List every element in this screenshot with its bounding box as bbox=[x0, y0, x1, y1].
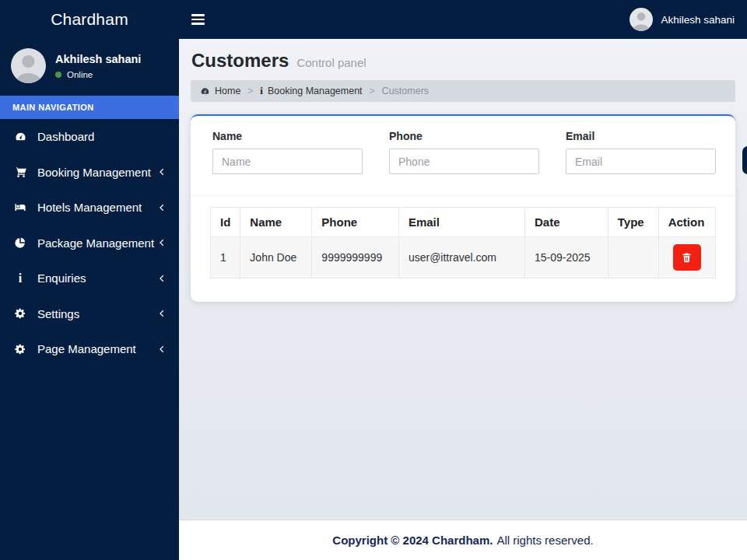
cell-date: 15-09-2025 bbox=[525, 237, 608, 278]
sidebar-item-hotels-management[interactable]: Hotels Management bbox=[0, 190, 179, 226]
cell-name: John Doe bbox=[240, 237, 312, 278]
sidebar-item-label: Settings bbox=[37, 307, 157, 320]
filter-field-name: Name bbox=[212, 130, 363, 174]
person-icon bbox=[11, 48, 46, 83]
pie-chart-icon bbox=[12, 236, 28, 249]
chevron-left-icon bbox=[157, 203, 167, 212]
cell-id: 1 bbox=[211, 237, 240, 278]
page-subtitle: Control panel bbox=[296, 56, 366, 69]
chevron-left-icon bbox=[157, 238, 167, 247]
info-icon: i bbox=[260, 85, 263, 97]
dashboard-icon bbox=[200, 86, 210, 96]
page-header: Customers Control panel bbox=[191, 50, 735, 72]
sidebar-item-page-management[interactable]: Page Management bbox=[0, 331, 179, 367]
brand-logo[interactable]: Chardham bbox=[0, 0, 179, 39]
email-filter-label: Email bbox=[566, 130, 716, 142]
column-header-date[interactable]: Date bbox=[525, 208, 608, 237]
user-status-label: Online bbox=[67, 70, 93, 79]
sidebar-item-label: Enquiries bbox=[37, 271, 157, 285]
app-window: Chardham Akhilesh sahani Online MAIN NAV… bbox=[0, 0, 747, 560]
customers-table-wrap: Id Name Phone Email Date Type Action 1 J bbox=[191, 196, 735, 302]
chevron-left-icon bbox=[157, 309, 167, 318]
breadcrumb-label: Booking Management bbox=[268, 86, 363, 96]
sidebar-item-label: Hotels Management bbox=[37, 201, 157, 214]
sidebar-toggle-button[interactable] bbox=[179, 1, 217, 38]
navbar-user-menu[interactable]: Akhilesh sahani bbox=[630, 8, 747, 31]
breadcrumb-home[interactable]: Home bbox=[200, 86, 240, 96]
content-area: Customers Control panel Home > i Booking… bbox=[179, 39, 747, 520]
sidebar-item-label: Booking Management bbox=[37, 166, 157, 179]
filter-field-email: Email bbox=[566, 130, 716, 174]
footer-copyright: Copyright © 2024 Chardham. bbox=[332, 534, 493, 547]
sidebar: Chardham Akhilesh sahani Online MAIN NAV… bbox=[0, 0, 179, 560]
breadcrumb-booking-management[interactable]: i Booking Management bbox=[260, 85, 362, 97]
user-avatar bbox=[11, 48, 46, 83]
person-icon bbox=[630, 8, 653, 31]
delete-button[interactable] bbox=[673, 244, 701, 271]
trash-icon bbox=[681, 251, 693, 264]
sidebar-item-dashboard[interactable]: Dashboard bbox=[0, 119, 179, 155]
sidebar-item-booking-management[interactable]: Booking Management bbox=[0, 155, 179, 191]
page-title: Customers bbox=[191, 50, 289, 72]
breadcrumb-label: Customers bbox=[382, 86, 429, 96]
chevron-left-icon bbox=[157, 345, 167, 354]
footer-rights: All rights reserved. bbox=[496, 534, 593, 547]
filter-button[interactable] bbox=[742, 146, 747, 174]
breadcrumb: Home > i Booking Management > Customers bbox=[191, 80, 735, 102]
customers-card: Name Phone Email bbox=[191, 114, 735, 302]
online-dot-icon bbox=[55, 72, 61, 78]
hamburger-icon bbox=[191, 14, 205, 16]
phone-filter-label: Phone bbox=[389, 130, 539, 142]
breadcrumb-separator: > bbox=[247, 86, 253, 96]
sidebar-item-settings[interactable]: Settings bbox=[0, 296, 179, 332]
sidebar-user-panel: Akhilesh sahani Online bbox=[0, 39, 179, 96]
chevron-left-icon bbox=[157, 167, 167, 177]
cell-action bbox=[658, 237, 715, 278]
cell-type bbox=[608, 237, 658, 278]
breadcrumb-label: Home bbox=[215, 86, 240, 96]
customers-table: Id Name Phone Email Date Type Action 1 J bbox=[210, 207, 716, 278]
phone-filter-input[interactable] bbox=[389, 149, 539, 174]
info-icon: i bbox=[12, 272, 28, 285]
gear-icon bbox=[12, 343, 28, 355]
page-footer: Copyright © 2024 Chardham. All rights re… bbox=[179, 520, 747, 560]
breadcrumb-customers-current: Customers bbox=[382, 86, 429, 96]
name-filter-input[interactable] bbox=[212, 149, 363, 174]
sidebar-item-enquiries[interactable]: i Enquiries bbox=[0, 261, 179, 296]
email-filter-input[interactable] bbox=[566, 149, 716, 174]
table-header-row: Id Name Phone Email Date Type Action bbox=[211, 208, 716, 237]
column-header-email[interactable]: Email bbox=[398, 208, 524, 237]
filter-actions bbox=[742, 146, 747, 174]
chevron-left-icon bbox=[157, 274, 167, 283]
column-header-name[interactable]: Name bbox=[240, 208, 312, 237]
breadcrumb-separator: > bbox=[370, 86, 375, 96]
bed-icon bbox=[12, 201, 28, 214]
sidebar-item-package-management[interactable]: Package Management bbox=[0, 226, 179, 261]
sidebar-item-label: Page Management bbox=[37, 342, 157, 355]
filter-field-phone: Phone bbox=[389, 130, 539, 174]
gear-icon bbox=[12, 307, 28, 320]
column-header-action[interactable]: Action bbox=[658, 208, 715, 237]
sidebar-user-name: Akhilesh sahani bbox=[55, 53, 141, 65]
sidebar-item-label: Dashboard bbox=[37, 130, 167, 143]
filter-bar: Name Phone Email bbox=[191, 116, 735, 195]
sidebar-item-label: Package Management bbox=[37, 236, 157, 250]
cart-icon bbox=[12, 166, 28, 178]
cell-phone: 9999999999 bbox=[312, 237, 399, 278]
name-filter-label: Name bbox=[212, 130, 363, 142]
tachometer-icon bbox=[12, 131, 28, 143]
cell-email: user@ittravel.com bbox=[398, 237, 524, 278]
navbar-user-name: Akhilesh sahani bbox=[661, 14, 735, 26]
column-header-phone[interactable]: Phone bbox=[312, 208, 399, 237]
navbar-user-avatar bbox=[630, 8, 653, 31]
sidebar-section-header: MAIN NAVIGATION bbox=[0, 96, 179, 119]
column-header-type[interactable]: Type bbox=[608, 208, 658, 237]
column-header-id[interactable]: Id bbox=[211, 208, 240, 237]
table-row: 1 John Doe 9999999999 user@ittravel.com … bbox=[211, 237, 716, 278]
sidebar-nav: Dashboard Booking Management Hotels Mana… bbox=[0, 119, 179, 367]
user-status: Online bbox=[55, 70, 141, 79]
top-navbar: Akhilesh sahani bbox=[179, 0, 747, 39]
